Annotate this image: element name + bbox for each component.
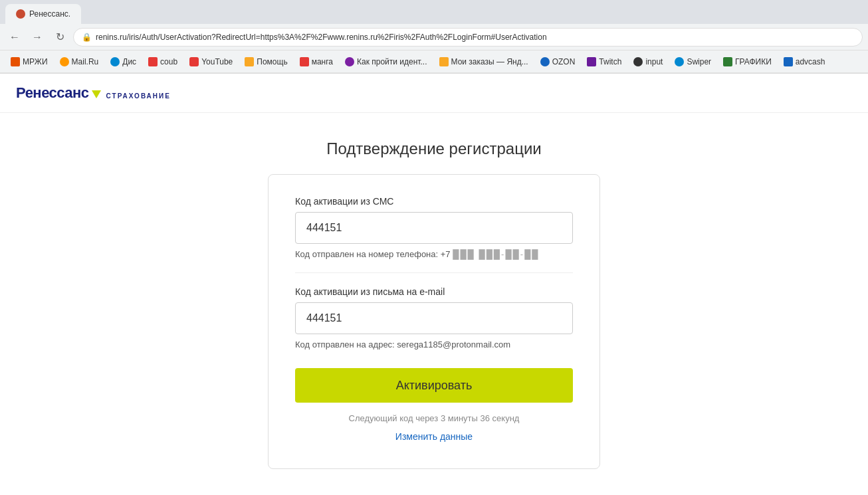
- bookmark-pomosh[interactable]: Помощь: [239, 55, 292, 68]
- timer-text: Следующий код через 3 минуты 36 секунд: [295, 413, 573, 423]
- logo-insurance: СТРАХОВАНИЕ: [106, 92, 171, 100]
- bookmark-icon-moi: [439, 57, 449, 66]
- bookmark-mail[interactable]: Mail.Ru: [54, 55, 104, 68]
- bookmark-icon-kak: [345, 57, 354, 66]
- bookmark-icon-twitch: [587, 57, 596, 66]
- change-data-link[interactable]: Изменить данные: [295, 431, 573, 442]
- email-hint: Код отправлен на адрес: serega1185@proto…: [295, 340, 573, 349]
- bookmark-label-manga: манга: [312, 57, 333, 66]
- address-text: renins.ru/iris/Auth/UserActivation?Redir…: [96, 33, 854, 42]
- bookmark-label-mail: Mail.Ru: [72, 57, 99, 66]
- email-code-input[interactable]: [295, 302, 573, 334]
- bookmark-label-kak: Как пройти идент...: [357, 57, 427, 66]
- bookmark-icon-swiper: [675, 57, 684, 66]
- bookmark-icon-mrzhi: [11, 57, 20, 66]
- email-code-label: Код активации из письма на e-mail: [295, 286, 573, 297]
- sms-code-input[interactable]: [295, 212, 573, 244]
- logo-text: Ренессанс: [16, 84, 89, 102]
- bookmark-label-grafiki: ГРАФИКИ: [735, 57, 772, 66]
- site-header: Ренессанс СТРАХОВАНИЕ: [0, 74, 868, 113]
- bookmark-icon-youtube: [189, 57, 199, 66]
- back-button[interactable]: ←: [5, 28, 24, 47]
- bookmark-label-dis: Дис: [122, 57, 136, 66]
- bookmark-label-twitch: Twitch: [599, 57, 621, 66]
- bookmark-label-moi: Мои заказы — Янд...: [451, 57, 528, 66]
- email-code-group: Код активации из письма на e-mail Код от…: [295, 286, 573, 349]
- refresh-button[interactable]: ↻: [51, 28, 69, 47]
- tab-favicon: [16, 9, 25, 19]
- bookmark-coub[interactable]: coub: [143, 55, 183, 68]
- sms-code-group: Код активации из СМС Код отправлен на но…: [295, 196, 573, 259]
- bookmark-twitch[interactable]: Twitch: [582, 55, 627, 68]
- bookmark-label-youtube: YouTube: [201, 57, 233, 66]
- lock-icon: 🔒: [82, 33, 92, 42]
- main-content: Подтверждение регистрации Код активации …: [0, 113, 868, 495]
- bookmark-icon-manga: [300, 57, 309, 66]
- bookmark-kak[interactable]: Как пройти идент...: [340, 55, 433, 68]
- bookmark-label-advcash: advcash: [796, 57, 825, 66]
- bookmark-label-input: input: [645, 57, 663, 66]
- bookmark-icon-mail: [60, 57, 69, 66]
- bookmarks-bar: МРЖИ Mail.Ru Дис coub YouTube Помощь ман…: [0, 50, 868, 73]
- phone-blurred: ███ ███-██-██: [453, 249, 539, 259]
- bookmark-grafiki[interactable]: ГРАФИКИ: [718, 55, 777, 68]
- bookmark-icon-input: [633, 57, 643, 66]
- browser-chrome: Ренессанс. ← → ↻ 🔒 renins.ru/iris/Auth/U…: [0, 0, 868, 74]
- bookmark-icon-coub: [148, 57, 158, 66]
- bookmark-manga[interactable]: манга: [294, 55, 338, 68]
- logo-triangle-icon: [92, 90, 101, 98]
- bookmark-icon-pomosh: [245, 57, 254, 66]
- separator: [295, 272, 573, 273]
- logo: Ренессанс СТРАХОВАНИЕ: [16, 84, 171, 102]
- bookmark-label-coub: coub: [160, 57, 177, 66]
- sms-hint: Код отправлен на номер телефона: +7 ███ …: [295, 249, 573, 259]
- bookmark-icon-ozon: [540, 57, 550, 66]
- sms-code-label: Код активации из СМС: [295, 196, 573, 207]
- bookmark-ozon[interactable]: OZON: [535, 55, 581, 68]
- bookmark-label-pomosh: Помощь: [257, 57, 287, 66]
- form-wrapper: Подтверждение регистрации Код активации …: [268, 140, 600, 469]
- bookmark-swiper[interactable]: Swiper: [669, 55, 716, 68]
- bookmark-label-mrzhi: МРЖИ: [23, 57, 48, 66]
- bookmark-moi[interactable]: Мои заказы — Янд...: [434, 55, 534, 68]
- browser-tabs: Ренессанс.: [0, 0, 868, 24]
- browser-controls: ← → ↻ 🔒 renins.ru/iris/Auth/UserActivati…: [0, 24, 868, 50]
- bookmark-icon-grafiki: [723, 57, 732, 66]
- forward-button[interactable]: →: [28, 28, 47, 47]
- bookmark-label-swiper: Swiper: [687, 57, 711, 66]
- form-card: Код активации из СМС Код отправлен на но…: [268, 174, 600, 469]
- page-content: Ренессанс СТРАХОВАНИЕ Подтверждение реги…: [0, 74, 868, 495]
- bookmark-label-ozon: OZON: [552, 57, 576, 66]
- tab-title: Ренессанс.: [29, 9, 70, 19]
- bookmark-input[interactable]: input: [628, 55, 668, 68]
- bookmark-advcash[interactable]: advcash: [778, 55, 831, 68]
- activate-button[interactable]: Активировать: [295, 368, 573, 403]
- bookmark-mrzhi[interactable]: МРЖИ: [5, 55, 53, 68]
- bookmark-icon-advcash: [784, 57, 793, 66]
- browser-tab-active[interactable]: Ренессанс.: [5, 4, 81, 24]
- page-title: Подтверждение регистрации: [326, 140, 541, 158]
- bookmark-icon-dis: [110, 57, 120, 66]
- address-bar[interactable]: 🔒 renins.ru/iris/Auth/UserActivation?Red…: [73, 28, 863, 47]
- bookmark-dis[interactable]: Дис: [105, 55, 142, 68]
- bookmark-youtube[interactable]: YouTube: [184, 55, 238, 68]
